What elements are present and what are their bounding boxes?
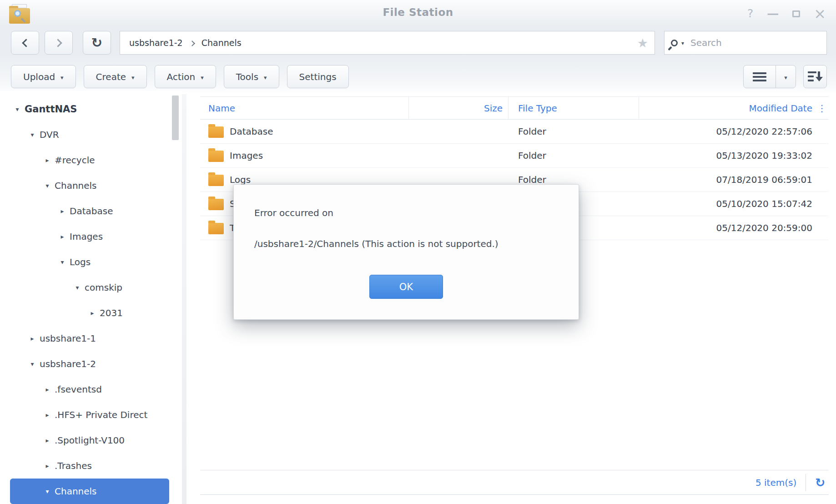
caret-right-icon[interactable]: ▸ [42,437,53,444]
caret-right-icon[interactable]: ▸ [42,411,53,418]
search-box[interactable]: ▾ [664,31,827,55]
folder-tree-sidebar: ▾ GanttNAS ▾ DVR ▸ #recycle ▾ Channels ▸… [0,91,182,504]
action-button[interactable]: Action ▾ [155,65,216,88]
caret-right-icon[interactable]: ▸ [57,233,68,240]
file-list-header: Name Size File Type Modified Date ⋮ [200,96,829,120]
tree-item-label: Channels [55,486,97,497]
caret-down-icon[interactable]: ▾ [57,258,68,266]
file-type: Folder [509,174,639,185]
close-icon[interactable]: × [814,5,826,23]
sidebar-scrollbar-thumb[interactable] [172,96,179,140]
status-refresh-icon[interactable]: ↻ [815,477,825,489]
window-chrome: File Station ? — × ↻ usbshare1-2 Channel… [0,0,836,94]
toolbar: Upload ▾ Create ▾ Action ▾ Tools ▾ Setti… [11,65,349,88]
tools-caret-icon: ▾ [264,74,267,81]
tree-item-label: Channels [55,180,97,191]
tree-item-dvr[interactable]: ▾ DVR [10,122,169,147]
caret-right-icon[interactable]: ▸ [87,309,98,317]
status-divider [806,474,806,491]
column-header-name[interactable]: Name [200,96,409,120]
caret-down-icon[interactable]: ▾ [42,488,53,495]
breadcrumb-segment-root[interactable]: usbshare1-2 [129,38,183,48]
tree-item-label: .Spotlight-V100 [55,435,125,446]
action-button-label: Action [167,71,196,82]
search-filter-caret-icon[interactable]: ▾ [681,40,684,46]
pane-divider[interactable] [182,94,186,504]
create-button[interactable]: Create ▾ [84,65,147,88]
caret-right-icon[interactable]: ▸ [42,386,53,393]
tree-item-label: .Trashes [55,460,92,471]
caret-down-icon[interactable]: ▾ [42,182,53,189]
tree-item-channels-selected[interactable]: ▾ Channels [10,479,169,504]
caret-down-icon[interactable]: ▾ [12,106,23,113]
caret-down-icon[interactable]: ▾ [27,131,38,138]
column-header-file-type[interactable]: File Type [509,96,639,120]
table-row[interactable]: Images Folder 05/13/2020 19:33:02 [200,144,829,168]
caret-right-icon[interactable]: ▸ [42,462,53,469]
tree-item-usbshare1-1[interactable]: ▸ usbshare1-1 [10,326,169,351]
tree-item-ganttnas[interactable]: ▾ GanttNAS [10,96,169,122]
item-count: 5 item(s) [755,477,796,488]
caret-down-icon[interactable]: ▾ [72,284,83,291]
forward-button[interactable] [45,31,73,55]
tree-item-logs[interactable]: ▾ Logs [10,249,169,275]
settings-button[interactable]: Settings [287,65,349,88]
tools-button-label: Tools [236,71,258,82]
caret-right-icon[interactable]: ▸ [27,335,38,342]
column-header-modified-date[interactable]: Modified Date [639,96,815,120]
help-icon[interactable]: ? [747,5,753,23]
status-bar: 5 item(s) ↻ [200,470,829,495]
tree-item-usbshare1-2[interactable]: ▾ usbshare1-2 [10,351,169,377]
tree-item-images[interactable]: ▸ Images [10,224,169,249]
error-message-detail: /usbshare1-2/Channels (This action is no… [254,238,499,249]
tree-item-label: #recycle [55,155,95,166]
maximize-icon[interactable] [792,10,800,17]
file-modified-date: 05/12/2020 20:59:00 [639,222,815,233]
file-name: Logs [230,174,251,185]
tree-item-fseventsd[interactable]: ▸ .fseventsd [10,377,169,402]
window-controls: ? — × [747,5,826,23]
caret-right-icon[interactable]: ▸ [57,207,68,215]
folder-icon [208,151,224,162]
chevron-left-icon [22,39,30,47]
tree-item-label: .fseventsd [55,384,102,395]
file-modified-date: 05/12/2020 22:57:06 [639,126,815,137]
tree-item-channels-dvr[interactable]: ▾ Channels [10,173,169,198]
sort-descending-icon [808,71,823,82]
tree-item-label: DVR [40,129,59,140]
minimize-icon[interactable]: — [767,5,779,23]
column-menu-icon[interactable]: ⋮ [815,96,829,120]
tree-item-label: usbshare1-2 [40,358,96,369]
tree-item-spotlight[interactable]: ▸ .Spotlight-V100 [10,428,169,453]
tree-item-label: Images [70,231,103,242]
list-view-button[interactable] [744,66,776,88]
bookmark-star-icon[interactable]: ★ [637,35,648,51]
tree-item-hfs-private[interactable]: ▸ .HFS+ Private Direct [10,402,169,428]
ok-button[interactable]: OK [369,275,443,299]
search-input[interactable] [688,37,820,49]
tree-item-label: .HFS+ Private Direct [55,409,147,420]
table-row[interactable]: Database Folder 05/12/2020 22:57:06 [200,120,829,144]
window-title: File Station [0,6,836,18]
settings-button-label: Settings [299,71,337,82]
tree-item-2031[interactable]: ▸ 2031 [10,300,169,326]
tools-button[interactable]: Tools ▾ [224,65,279,88]
view-mode-caret-button[interactable]: ▾ [776,66,796,88]
tree-item-comskip[interactable]: ▾ comskip [10,275,169,300]
tree-item-database[interactable]: ▸ Database [10,198,169,224]
tree-item-trashes[interactable]: ▸ .Trashes [10,453,169,479]
chevron-right-icon [54,39,62,47]
folder-icon [208,199,224,210]
sort-button[interactable] [803,65,827,88]
app-icon-magnifier [14,10,21,17]
file-modified-date: 05/10/2020 15:07:42 [639,198,815,209]
caret-down-icon[interactable]: ▾ [27,360,38,368]
back-button[interactable] [11,31,39,55]
column-header-size[interactable]: Size [409,96,509,120]
breadcrumb-segment-current[interactable]: Channels [201,38,242,48]
caret-right-icon[interactable]: ▸ [42,156,53,164]
upload-button[interactable]: Upload ▾ [11,65,76,88]
breadcrumb[interactable]: usbshare1-2 Channels ★ [120,31,655,55]
refresh-button[interactable]: ↻ [83,31,111,55]
tree-item-recycle[interactable]: ▸ #recycle [10,147,169,173]
